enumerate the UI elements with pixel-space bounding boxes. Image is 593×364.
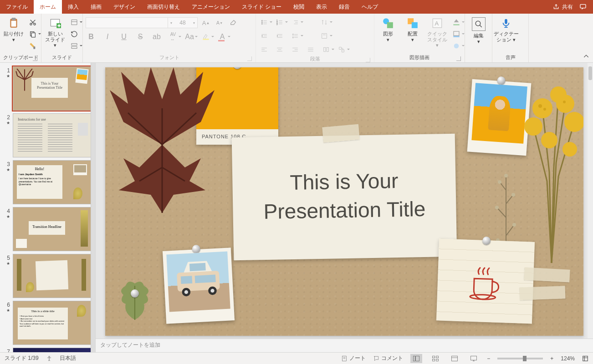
collapse-ribbon-icon[interactable] [583,53,589,60]
slide-thumbnails-panel[interactable]: 1★ This is Your Presentation Title 2★ In… [0,63,96,352]
tab-view[interactable]: 表示 [310,0,333,14]
tab-record[interactable]: 録音 [333,0,356,14]
text-direction-icon [321,19,327,25]
new-slide-icon [49,17,61,29]
tab-design[interactable]: デザイン [107,0,141,14]
align-left-button[interactable] [259,45,270,55]
font-name-input[interactable] [86,18,168,28]
comments-icon[interactable] [579,3,587,10]
tab-slideshow[interactable]: スライド ショー [236,0,287,14]
accessibility-icon[interactable] [46,355,52,362]
svg-rect-14 [72,46,77,48]
arrange-button[interactable]: 配置▾ [402,15,424,42]
new-slide-button[interactable]: 新しい スライド ▾ [44,15,66,48]
share-button[interactable]: 共有 [553,3,573,11]
list-level-button[interactable] [290,17,301,27]
svg-point-75 [532,98,552,118]
thumbnail-5[interactable] [13,254,91,298]
copy-button[interactable] [27,29,38,39]
font-selector[interactable]: ▾ 48 ▾ [86,17,198,28]
fit-window-icon[interactable] [582,355,588,362]
notes-pane[interactable]: タップしてノートを追加 [96,339,593,352]
align-justify-button[interactable] [305,45,316,55]
reading-view-button[interactable] [449,354,460,363]
bold-button[interactable]: B [86,32,97,42]
align-text-button[interactable] [319,31,330,41]
clipboard-dialog-launcher[interactable] [33,56,37,61]
thumbnail-6[interactable]: This is a slide title • Here you have a … [13,301,91,345]
decrease-font-button[interactable]: A▼ [214,18,225,28]
character-spacing-button[interactable]: AV↔ [168,32,179,42]
tab-help[interactable]: ヘルプ [356,0,384,14]
notes-toggle[interactable]: ノート [341,354,366,362]
shape-fill-button[interactable] [451,17,462,27]
zoom-in-button[interactable]: + [550,355,553,362]
thumbnail-4[interactable]: Transition Headline [13,207,91,251]
svg-point-78 [564,112,583,132]
increase-indent-button[interactable] [274,31,285,41]
tab-animations[interactable]: アニメーション [186,0,236,14]
zoom-slider[interactable] [497,358,543,359]
cut-button[interactable] [27,17,38,27]
slide-canvas[interactable]: PANTONE 108 C This [105,67,583,336]
reset-button[interactable] [69,29,80,39]
comments-toggle[interactable]: コメント [373,354,403,362]
smartart-button[interactable] [336,45,347,55]
tab-transitions[interactable]: 画面切り替え [141,0,186,14]
columns-button[interactable] [321,45,332,55]
zoom-out-button[interactable]: − [487,355,490,362]
font-dialog-launcher[interactable] [247,56,252,61]
normal-view-button[interactable] [410,354,422,363]
tape-icon [322,124,360,143]
numbering-button[interactable]: 123 [274,17,285,27]
paste-button[interactable]: 貼り付け▾ [3,15,25,42]
paragraph-dialog-launcher[interactable] [366,58,370,62]
tab-review[interactable]: 校閲 [287,0,310,14]
format-painter-button[interactable] [27,41,38,51]
sorter-view-button[interactable] [429,354,441,363]
zoom-level[interactable]: 124% [561,355,575,362]
italic-button[interactable]: I [102,32,113,42]
tab-insert[interactable]: 挿入 [62,0,85,14]
increase-font-button[interactable]: A▲ [200,18,211,28]
drawing-dialog-launcher[interactable] [456,56,461,61]
thumbnail-scrollbar[interactable] [91,63,95,352]
strikethrough-button[interactable]: S [135,32,146,42]
language-label[interactable]: 日本語 [60,354,76,362]
shadow-button[interactable]: ab [151,32,162,42]
svg-point-82 [538,104,542,108]
thumbnail-1[interactable]: This is Your Presentation Title [13,66,91,111]
shapes-button[interactable]: 図形▾ [377,15,399,42]
thumbnail-7[interactable] [13,348,91,352]
thumbnail-3[interactable]: Hello! I am Jayden Smith I am here becau… [13,160,91,204]
font-color-button[interactable]: A [217,32,228,42]
align-right-button[interactable] [290,45,301,55]
text-direction-button[interactable] [319,17,330,27]
shape-outline-button[interactable] [451,29,462,39]
svg-rect-106 [416,356,419,361]
shape-effects-button[interactable] [451,41,462,51]
bullets-button[interactable] [259,17,270,27]
editing-button[interactable]: 編集▾ [468,15,489,44]
quick-styles-button[interactable]: A クイック スタイル ▾ [426,15,448,48]
line-spacing-button[interactable] [290,31,301,41]
tab-file[interactable]: ファイル [0,0,34,14]
microphone-icon [501,17,511,29]
font-size-input[interactable]: 48 [174,18,191,28]
thumbnail-2[interactable]: Instructions for use [13,113,91,157]
slideshow-view-button[interactable] [468,354,480,363]
align-center-button[interactable] [274,45,285,55]
font-highlight-button[interactable] [200,32,211,42]
layout-button[interactable] [69,17,80,27]
svg-rect-55 [327,47,328,51]
decrease-indent-button[interactable] [259,31,270,41]
section-button[interactable] [69,41,80,51]
change-case-button[interactable]: Aa [184,32,195,42]
svg-rect-64 [453,24,459,25]
tab-home[interactable]: ホーム [34,0,62,14]
clear-formatting-button[interactable] [228,18,239,28]
dictation-button[interactable]: ディクテー ション ▾ [495,15,517,42]
underline-button[interactable]: U [118,32,129,42]
vertical-scrollbar[interactable] [588,63,593,339]
tab-draw[interactable]: 描画 [85,0,107,14]
